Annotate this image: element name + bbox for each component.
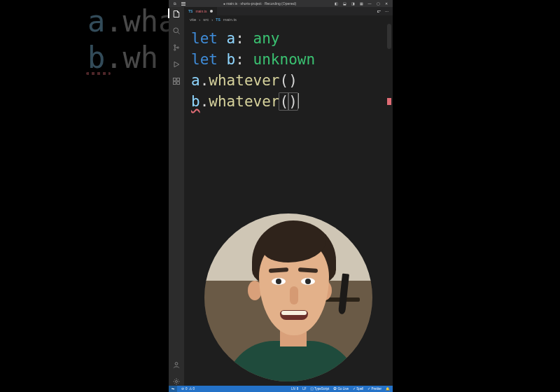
error-marker-icon[interactable] — [387, 98, 391, 105]
close-icon[interactable]: ✕ — [384, 1, 388, 6]
status-spell[interactable]: ✓ Spell — [353, 387, 363, 391]
status-eol[interactable]: LF — [302, 387, 306, 391]
text-cursor — [298, 93, 299, 108]
vscode-window: ⧉ ● main.ts · shorts-project · Recording… — [169, 0, 393, 392]
account-icon[interactable] — [172, 360, 181, 369]
layout-left-icon[interactable]: ◧ — [334, 1, 338, 6]
settings-gear-icon[interactable] — [172, 377, 181, 386]
run-debug-icon[interactable] — [172, 60, 181, 69]
status-line[interactable]: LN 8 — [291, 387, 298, 391]
layout-grid-icon[interactable]: ▦ — [359, 1, 363, 6]
maximize-icon[interactable]: ▢ — [376, 1, 380, 6]
svg-point-8 — [175, 363, 178, 365]
status-bar: ⇋ ⊘0 ⚠0 LN 8 LF { } TypeScript ⦿ Go Live… — [169, 386, 393, 392]
notifications-bell-icon[interactable]: 🔔 — [386, 387, 390, 391]
scrollbar-thumb[interactable] — [387, 24, 391, 49]
error-count-icon: ⊘ — [181, 387, 184, 391]
status-prettier[interactable]: ✓ Prettier — [368, 387, 382, 391]
remote-indicator-icon[interactable]: ⇋ — [169, 386, 177, 392]
window-title: ● main.ts · shorts-project · Recording (… — [191, 1, 328, 6]
minimize-icon[interactable]: — — [368, 1, 372, 6]
svg-point-2 — [174, 49, 176, 50]
title-bar: ⧉ ● main.ts · shorts-project · Recording… — [169, 0, 393, 7]
status-problems[interactable]: ⊘0 ⚠0 — [181, 387, 195, 391]
explorer-icon[interactable] — [172, 10, 181, 18]
error-underline-bg — [86, 72, 111, 75]
extensions-icon[interactable] — [172, 77, 181, 85]
svg-point-0 — [174, 28, 178, 33]
error-token: b — [191, 93, 200, 110]
svg-rect-4 — [174, 78, 176, 81]
source-control-icon[interactable] — [172, 43, 181, 52]
menu-button[interactable] — [181, 2, 186, 6]
webcam-overlay — [204, 214, 372, 382]
split-editor-icon[interactable]: ⫍ — [377, 9, 381, 13]
warning-count-icon: ⚠ — [189, 387, 192, 391]
layout-right-icon[interactable]: ◨ — [351, 1, 355, 6]
editor-area: TS main.ts ⫍ ⋯ vite › src › TS main.ts — [184, 7, 393, 386]
svg-point-9 — [176, 381, 178, 383]
activity-bar — [169, 7, 184, 386]
layout-bottom-icon[interactable]: ⬓ — [342, 1, 346, 6]
status-go-live[interactable]: ⦿ Go Live — [333, 387, 349, 391]
typescript-icon: TS — [216, 18, 220, 22]
breadcrumb[interactable]: vite › src › TS main.ts — [184, 15, 393, 24]
vscode-logo-icon: ⧉ — [173, 1, 177, 6]
svg-rect-6 — [174, 82, 176, 85]
search-icon[interactable] — [172, 27, 181, 35]
svg-rect-5 — [177, 78, 180, 81]
svg-rect-7 — [177, 82, 180, 85]
typescript-icon: TS — [188, 9, 192, 13]
overview-ruler[interactable] — [387, 24, 391, 386]
tab-bar: TS main.ts ⫍ ⋯ — [184, 7, 393, 15]
unsaved-indicator-icon — [210, 10, 213, 13]
tab-main-ts[interactable]: TS main.ts — [184, 7, 217, 15]
more-actions-icon[interactable]: ⋯ — [385, 9, 388, 13]
tab-filename: main.ts — [195, 9, 206, 13]
status-language[interactable]: { } TypeScript — [311, 387, 330, 391]
